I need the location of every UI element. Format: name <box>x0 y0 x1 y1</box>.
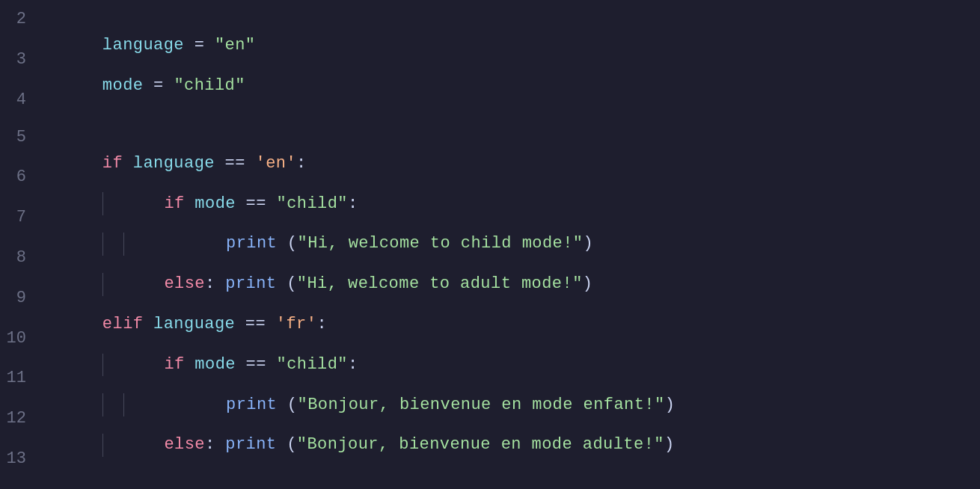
line-number-3: 3 <box>0 46 41 73</box>
indent-guide-1 <box>102 393 103 416</box>
line-number-6: 6 <box>0 164 41 190</box>
line-number-4: 4 <box>0 87 41 113</box>
indent-guide-1 <box>102 434 103 457</box>
line-number-12: 12 <box>0 405 41 431</box>
line-number-13: 13 <box>0 446 41 472</box>
line-content-13 <box>41 446 980 472</box>
code-line-12: 12 else: print ("Bonjour, bienvenue en m… <box>0 405 980 446</box>
code-line-13: 13 <box>0 446 980 483</box>
indent-guide-1 <box>102 354 103 377</box>
code-line-7: 7 print ("Hi, welcome to child mode!") <box>0 204 980 244</box>
line-number-2: 2 <box>0 6 41 32</box>
line-number-11: 11 <box>0 365 41 391</box>
line-number-5: 5 <box>0 124 41 150</box>
line-number-8: 8 <box>0 244 41 271</box>
code-line-6: 6 if mode == "child": <box>0 164 980 204</box>
line-content-4 <box>41 87 980 113</box>
line-number-9: 9 <box>0 285 41 311</box>
code-line-3: 3 mode = "child" <box>0 46 980 87</box>
indent-guide-1 <box>102 192 103 215</box>
code-line-11: 11 print ("Bonjour, bienvenue en mode en… <box>0 365 980 405</box>
line-number-7: 7 <box>0 204 41 230</box>
indent-guide-1 <box>102 233 103 256</box>
code-line-2: 2 language = "en" <box>0 6 980 46</box>
code-line-10: 10 if mode == "child": <box>0 325 980 366</box>
code-line-9: 9 elif language == 'fr': <box>0 285 980 325</box>
code-line-8: 8 else: print ("Hi, welcome to adult mod… <box>0 244 980 285</box>
indent-guide-1 <box>102 273 103 296</box>
code-line-5: 5 if language == 'en': <box>0 124 980 164</box>
code-line-4: 4 <box>0 87 980 124</box>
line-number-10: 10 <box>0 325 41 351</box>
code-editor: 2 language = "en" 3 mode = "child" 4 5 i… <box>0 0 980 489</box>
indent-guide-2 <box>123 393 124 416</box>
indent-guide-2 <box>123 233 124 256</box>
